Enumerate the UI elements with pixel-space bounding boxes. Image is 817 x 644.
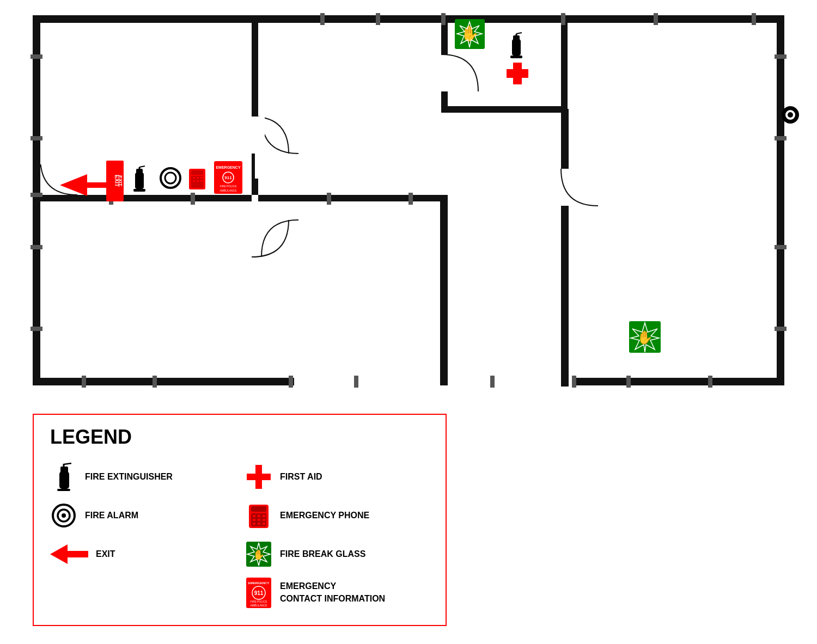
svg-rect-110 [258,523,260,525]
first-aid-label: FIRST AID [280,471,322,482]
svg-point-99 [62,513,66,518]
svg-rect-64 [200,177,203,179]
svg-rect-40 [572,376,576,388]
legend-grid: FIRE EXTINGUISHER FIRST AID FIRE ALAR [50,459,429,610]
emergency-phone-label: EMERGENCY PHONE [280,510,369,520]
emergency-contact-label: EMERGENCYCONTACT INFORMATION [280,580,385,605]
floor-plan: EXIT EXIT [0,0,817,408]
svg-rect-62 [193,177,195,179]
svg-rect-25 [654,13,658,25]
fire-alarm-icon [50,502,77,529]
legend-item-emergency-phone: EMERGENCY PHONE [245,498,429,532]
svg-marker-112 [50,544,88,564]
svg-rect-13 [561,109,569,387]
svg-rect-47 [408,193,413,205]
svg-rect-83 [507,69,528,78]
svg-rect-52 [135,173,144,189]
svg-rect-60 [191,170,203,175]
svg-text:✋: ✋ [637,329,653,345]
svg-rect-34 [775,327,786,331]
svg-rect-67 [200,180,203,182]
svg-rect-46 [327,193,331,205]
svg-rect-53 [136,169,143,174]
svg-rect-23 [441,13,446,25]
svg-rect-5 [576,378,784,385]
svg-rect-16 [252,116,258,154]
svg-rect-39 [490,376,495,388]
emergency-contact-icon: EMERGENCY 911 FIRE·POLICE AMBULANCE [245,579,272,606]
svg-rect-36 [153,376,157,388]
svg-rect-90 [59,471,69,489]
svg-rect-94 [57,489,70,491]
legend-box: LEGEND FIRE EXTINGUISHER [33,414,447,626]
svg-rect-30 [31,327,42,331]
svg-rect-27 [31,54,42,59]
svg-rect-107 [258,519,260,521]
svg-rect-91 [60,467,68,473]
svg-rect-65 [193,180,195,182]
svg-rect-19 [441,54,449,91]
fire-alarm-label: FIRE ALARM [85,510,138,520]
svg-rect-22 [376,13,380,25]
svg-text:AMBULANCE: AMBULANCE [220,189,237,192]
svg-rect-6 [33,378,40,385]
svg-rect-66 [197,180,199,182]
svg-rect-104 [258,515,260,517]
svg-text:FIRE·POLICE: FIRE·POLICE [220,185,237,188]
svg-rect-12 [440,195,448,385]
svg-rect-78 [513,35,520,41]
svg-rect-35 [82,376,86,388]
svg-rect-17 [258,116,265,154]
svg-rect-56 [133,189,145,192]
exit-arrow-icon [50,541,88,568]
svg-rect-103 [253,515,255,517]
svg-rect-111 [263,523,265,525]
svg-rect-24 [561,13,565,25]
legend-item-exit: EXIT [50,537,234,571]
svg-rect-63 [197,177,199,179]
svg-rect-77 [512,39,521,56]
svg-text:EMERGENCY: EMERGENCY [248,581,270,585]
svg-rect-109 [253,523,255,525]
svg-rect-37 [289,376,293,388]
svg-rect-11 [33,195,447,201]
svg-text:911: 911 [254,590,264,596]
svg-rect-43 [31,193,42,197]
svg-rect-1 [33,15,784,23]
first-aid-icon [245,463,272,490]
fire-break-glass-label: FIRE BREAK GLASS [280,549,365,559]
legend-title: LEGEND [50,426,429,449]
legend-item-first-aid: FIRST AID [245,459,429,494]
svg-rect-41 [626,376,631,388]
svg-rect-31 [775,54,786,59]
svg-rect-33 [775,245,786,249]
svg-rect-14 [40,158,77,164]
svg-text:✋: ✋ [253,549,265,561]
svg-rect-45 [191,193,195,205]
svg-rect-101 [251,506,266,512]
svg-rect-32 [775,136,786,140]
svg-point-86 [788,112,793,118]
svg-rect-9 [441,106,566,113]
svg-text:EXIT: EXIT [114,175,120,187]
exit-label: EXIT [96,549,115,559]
legend-item-fire-break-glass: ✋ FIRE BREAK GLASS [245,537,429,571]
svg-rect-10 [561,15,568,121]
svg-rect-106 [253,519,255,521]
svg-line-93 [64,463,71,464]
svg-text:FIRE·POLICE: FIRE·POLICE [250,600,267,603]
svg-rect-21 [320,13,325,25]
fire-break-glass-icon: ✋ [245,541,272,568]
legend-item-fire-alarm: FIRE ALARM [50,498,234,532]
svg-rect-28 [31,136,42,140]
svg-rect-38 [354,376,358,388]
svg-rect-105 [263,515,265,517]
svg-rect-26 [752,13,756,25]
fire-extinguisher-icon [50,463,77,490]
svg-rect-81 [510,56,522,58]
svg-text:AMBULANCE: AMBULANCE [250,604,267,607]
legend-item-fire-extinguisher: FIRE EXTINGUISHER [50,459,234,494]
svg-rect-4 [33,378,294,385]
svg-text:EMERGENCY: EMERGENCY [216,165,240,169]
svg-rect-96 [247,474,271,480]
